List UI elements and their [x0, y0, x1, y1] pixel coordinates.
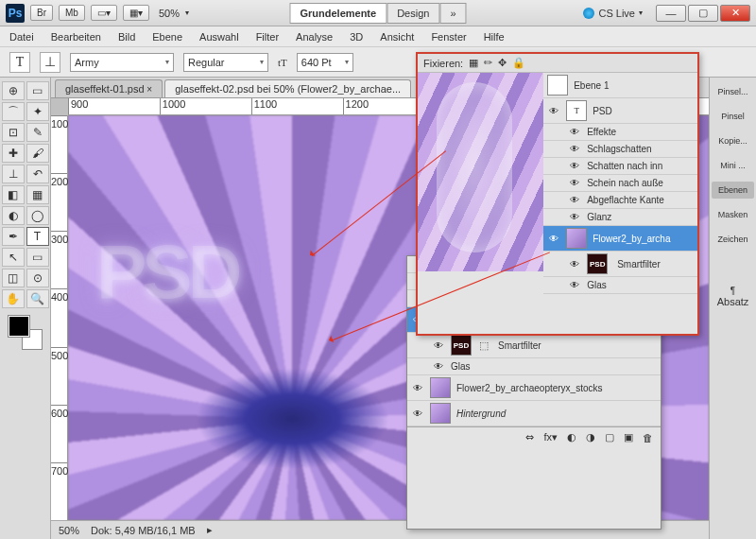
panel-ebenen[interactable]: Ebenen	[712, 182, 754, 199]
workspace-design[interactable]: Design	[387, 3, 439, 24]
glass-text-layer: PSD	[96, 229, 238, 316]
font-style-select[interactable]: Regular▾	[183, 53, 268, 72]
layer-hintergrund[interactable]: 👁Hintergrund	[407, 401, 661, 426]
folder-icon[interactable]: ▢	[605, 431, 614, 443]
menu-auswahl[interactable]: Auswahl	[199, 31, 239, 43]
doctab-1[interactable]: glaseffekt-01.psd ×	[55, 79, 163, 97]
link-icon[interactable]: ⇔	[525, 431, 534, 443]
gradient-tool[interactable]: ▦	[26, 185, 49, 204]
path-tool[interactable]: ↖	[2, 248, 25, 267]
titlebar: Ps Br Mb ▭▾ ▦▾ 50%▾ Grundelemente Design…	[0, 0, 756, 26]
lock-move-icon[interactable]: ✥	[498, 57, 507, 69]
eraser-tool[interactable]: ◧	[2, 185, 25, 204]
new-icon[interactable]: ▣	[624, 431, 633, 443]
panel-mini[interactable]: Mini ...	[712, 157, 754, 174]
panel-kopie[interactable]: Kopie...	[712, 132, 754, 149]
trash-icon[interactable]: 🗑	[643, 432, 653, 443]
menu-analyse[interactable]: Analyse	[296, 31, 333, 43]
wand-tool[interactable]: ✦	[26, 102, 49, 121]
panel-dock: Pinsel... Pinsel Kopie... Mini ... Ebene…	[709, 78, 756, 539]
panel-pinsel-preset[interactable]: Pinsel...	[712, 83, 754, 100]
history-tool[interactable]: ↶	[26, 165, 49, 183]
extras-button[interactable]: ▦▾	[123, 5, 149, 21]
close-button[interactable]: ✕	[720, 5, 750, 22]
status-zoom[interactable]: 50%	[59, 525, 79, 536]
cslive-icon	[583, 8, 594, 19]
layer-flower2[interactable]: 👁Flower2_by_archaeopteryx_stocks	[407, 375, 661, 401]
brush-tool[interactable]: 🖌	[26, 144, 49, 163]
menu-ebene[interactable]: Ebene	[152, 31, 182, 43]
adjust-icon[interactable]: ◑	[586, 431, 595, 443]
move-tool[interactable]: ⊕	[2, 81, 25, 100]
photoshop-icon: Ps	[6, 4, 25, 23]
maximize-button[interactable]: ▢	[688, 5, 718, 22]
font-size-select[interactable]: 640 Pt▾	[297, 53, 353, 72]
workspace-grundelemente[interactable]: Grundelemente	[289, 3, 387, 24]
lock-all-icon[interactable]: 🔒	[512, 57, 525, 69]
3d-tool[interactable]: ◫	[2, 269, 25, 287]
font-family-select[interactable]: Army▾	[70, 53, 174, 72]
crop-tool[interactable]: ⊡	[2, 123, 25, 142]
ruler-vertical[interactable]: 100200300400500600700	[51, 115, 68, 520]
menu-datei[interactable]: Datei	[9, 31, 34, 43]
marquee-tool[interactable]: ▭	[26, 81, 49, 100]
menu-bild[interactable]: Bild	[118, 31, 135, 43]
lasso-tool[interactable]: ⌒	[2, 102, 25, 121]
camera-tool[interactable]: ⊙	[26, 269, 49, 287]
zoom-display[interactable]: 50%	[159, 8, 180, 19]
panel-zeichen[interactable]: Zeichen	[712, 231, 754, 248]
menu-3d[interactable]: 3D	[350, 31, 363, 43]
layer-flower-zoom[interactable]: 👁Flower2_by_archa	[543, 226, 697, 252]
shape-tool[interactable]: ▭	[26, 248, 49, 267]
pen-tool[interactable]: ✒	[2, 227, 25, 246]
minibridge-button[interactable]: Mb	[59, 5, 85, 21]
orientation-button[interactable]: ⊥	[40, 52, 60, 73]
bridge-button[interactable]: Br	[30, 5, 53, 21]
lock-brush-icon[interactable]: ✏	[484, 57, 492, 69]
layer-ebene1[interactable]: Ebene 1	[543, 73, 697, 98]
lock-bar: Fixieren: ▦ ✏ ✥ 🔒	[418, 54, 697, 73]
current-tool-icon[interactable]: T	[9, 52, 30, 73]
type-tool[interactable]: T	[26, 227, 49, 246]
eyedropper-tool[interactable]: ✎	[26, 123, 49, 142]
menu-hilfe[interactable]: Hilfe	[484, 31, 505, 43]
menu-filter[interactable]: Filter	[256, 31, 279, 43]
heal-tool[interactable]: ✚	[2, 144, 25, 163]
lock-pixels-icon[interactable]: ▦	[469, 57, 478, 69]
menubar: Datei Bearbeiten Bild Ebene Auswahl Filt…	[0, 26, 756, 47]
size-icon: tT	[278, 57, 287, 68]
fx-icon[interactable]: fx▾	[543, 431, 558, 443]
doctab-2[interactable]: glaseffekt-02.psd bei 50% (Flower2_by_ar…	[164, 79, 411, 97]
color-swatch[interactable]	[9, 316, 43, 350]
panel-absatz[interactable]: ¶ Absatz	[712, 282, 754, 311]
zoom-inset: Fixieren: ▦ ✏ ✥ 🔒 Ebene 1 👁TPSD 👁Effekte…	[416, 52, 699, 336]
smartfilter-row[interactable]: 👁PSD⬚Smartfilter	[407, 333, 661, 358]
screen-mode-button[interactable]: ▭▾	[91, 5, 117, 21]
status-docsize[interactable]: Dok: 5,49 MB/16,1 MB	[91, 525, 196, 536]
hand-tool[interactable]: ✋	[2, 289, 25, 308]
panel-pinsel[interactable]: Pinsel	[712, 108, 754, 125]
stamp-tool[interactable]: ⊥	[2, 165, 25, 183]
menu-bearbeiten[interactable]: Bearbeiten	[51, 31, 101, 43]
blur-tool[interactable]: ◐	[2, 206, 25, 225]
menu-ansicht[interactable]: Ansicht	[380, 31, 414, 43]
menu-fenster[interactable]: Fenster	[431, 31, 466, 43]
workspace-more[interactable]: »	[439, 3, 466, 24]
layers-panel-footer: ⇔fx▾◐◑▢▣🗑	[407, 426, 661, 447]
toolbox: ⊕▭ ⌒✦ ⊡✎ ✚🖌 ⊥↶ ◧▦ ◐◯ ✒T ↖▭ ◫⊙ ✋🔍	[0, 78, 51, 539]
layer-psd-text[interactable]: 👁TPSD	[543, 98, 697, 124]
minimize-button[interactable]: ―	[656, 5, 686, 22]
dodge-tool[interactable]: ◯	[26, 206, 49, 225]
panel-masken[interactable]: Masken	[712, 206, 754, 223]
mask-icon[interactable]: ◐	[567, 431, 576, 443]
status-arrow[interactable]: ▸	[207, 524, 213, 536]
zoom-tool[interactable]: 🔍	[26, 289, 49, 308]
cslive-button[interactable]: CS Live▾	[583, 8, 643, 19]
